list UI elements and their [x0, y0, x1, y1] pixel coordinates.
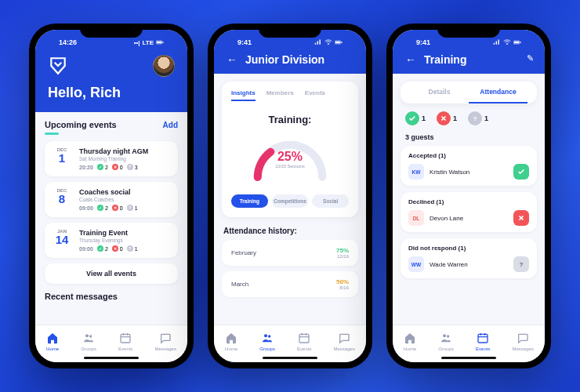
check-icon: ✓: [97, 245, 103, 252]
event-card[interactable]: Dec 1 Thursday night AGM Sat Morning Tra…: [45, 141, 178, 176]
segment-training[interactable]: Training: [231, 194, 268, 208]
battery-icon: [513, 39, 521, 45]
groups-icon: [261, 332, 274, 345]
home-icon: [46, 332, 59, 345]
svg-point-17: [443, 334, 446, 337]
nav-home[interactable]: Home: [46, 332, 59, 351]
x-icon: [437, 111, 451, 125]
event-tabs: Details Attendance: [410, 88, 527, 103]
question-icon: ?: [127, 245, 133, 252]
nav-groups[interactable]: Groups: [81, 332, 96, 351]
page-title: Junior Division: [245, 53, 324, 66]
event-subtitle: Cuala Coaches: [79, 197, 170, 202]
history-percentage: 75%: [336, 247, 349, 254]
gauge-subtitle: 10/20 Sessions: [275, 164, 305, 169]
segment-social[interactable]: Social: [312, 194, 349, 208]
status-indicators: ••| LTE: [134, 39, 164, 46]
event-card[interactable]: Jan 14 Training Event Thursday Evenings …: [45, 223, 178, 258]
battery-icon: [156, 39, 164, 45]
nav-groups[interactable]: Groups: [259, 332, 275, 351]
status-time: 9:41: [237, 38, 252, 46]
greeting: Hello, Rich: [48, 85, 175, 101]
nav-events[interactable]: Events: [476, 332, 490, 351]
question-icon: ?: [127, 164, 133, 170]
nav-label: Events: [476, 347, 490, 351]
nav-messages[interactable]: Messages: [155, 332, 176, 351]
response-action-icon[interactable]: [513, 164, 529, 180]
nav-label: Events: [118, 347, 132, 351]
back-button[interactable]: ←: [227, 53, 237, 66]
response-action-icon[interactable]: ?: [513, 256, 529, 272]
home-indicator: [84, 357, 139, 359]
history-month: February: [231, 249, 256, 256]
nav-label: Home: [46, 347, 59, 351]
noresponse-count: 1: [135, 205, 138, 211]
history-row[interactable]: March 50% 8/16: [222, 271, 358, 297]
history-percentage: 50%: [336, 278, 349, 285]
svg-text:?: ?: [473, 115, 477, 122]
nav-messages[interactable]: Messages: [334, 332, 355, 351]
event-day: 8: [59, 193, 65, 205]
svg-point-4: [89, 335, 92, 337]
messages-icon: [159, 332, 172, 345]
person-row[interactable]: WW Wade Warren ?: [408, 256, 529, 272]
history-row[interactable]: February 75% 12/16: [222, 240, 358, 266]
nav-label: Messages: [334, 347, 355, 351]
group-tabs: Insights Members Events: [231, 89, 349, 106]
event-card[interactable]: Dec 8 Coaches social Cuala Coaches 09:00…: [45, 182, 178, 217]
tab-attendance[interactable]: Attendance: [469, 88, 527, 103]
tab-events[interactable]: Events: [305, 89, 325, 101]
home-indicator: [441, 357, 496, 359]
tab-details[interactable]: Details: [410, 88, 469, 103]
upcoming-events-title: Upcoming events: [45, 120, 117, 129]
back-button[interactable]: ←: [405, 53, 416, 66]
gauge-percentage: 25%: [275, 150, 305, 164]
nav-home[interactable]: Home: [225, 332, 237, 351]
edit-icon[interactable]: ✎: [527, 53, 534, 64]
noresponse-count: 1: [135, 246, 138, 252]
nav-events[interactable]: Events: [297, 332, 311, 351]
person-name: Devon Lane: [430, 215, 508, 222]
nav-label: Home: [225, 347, 237, 351]
svg-rect-7: [335, 42, 341, 44]
response-group-card: Did not respond (1) WW Wade Warren ?: [401, 238, 537, 278]
person-row[interactable]: DL Devon Lane: [408, 210, 529, 226]
add-event-button[interactable]: Add: [163, 121, 178, 129]
groups-icon: [82, 332, 95, 345]
event-time: 20:20: [79, 165, 93, 170]
notch: [259, 24, 321, 38]
nav-label: Messages: [155, 347, 176, 351]
events-icon: [298, 332, 310, 345]
status-indicators: [314, 39, 343, 45]
view-all-events-button[interactable]: View all events: [45, 263, 178, 284]
response-action-icon[interactable]: [513, 210, 529, 226]
person-initials: WW: [408, 256, 424, 272]
x-icon: ✕: [112, 164, 118, 170]
segment-competitions[interactable]: Competitions: [272, 194, 309, 208]
groups-icon: [440, 332, 452, 345]
svg-point-18: [447, 335, 449, 337]
nav-groups[interactable]: Groups: [438, 332, 454, 351]
events-icon: [477, 332, 489, 345]
person-row[interactable]: KW Kristin Watson: [408, 164, 529, 180]
check-icon: [405, 111, 419, 125]
x-icon: ✕: [112, 205, 118, 211]
person-initials: KW: [408, 164, 424, 180]
history-fraction: 8/16: [336, 285, 349, 290]
attendance-history-title: Attendance history:: [223, 227, 357, 235]
group-title: Accepted (1): [408, 152, 529, 159]
person-name: Kristin Watson: [430, 169, 508, 176]
svg-text:?: ?: [520, 261, 524, 268]
avatar[interactable]: [153, 55, 175, 77]
nav-messages[interactable]: Messages: [513, 332, 534, 351]
notch: [437, 24, 500, 38]
tab-insights[interactable]: Insights: [231, 89, 256, 101]
svg-rect-19: [478, 334, 488, 343]
home-indicator: [263, 357, 317, 359]
tab-members[interactable]: Members: [266, 89, 294, 101]
nav-home[interactable]: Home: [404, 332, 416, 351]
signal-icon: ••|: [134, 39, 140, 46]
history-month: March: [231, 281, 248, 288]
phone-home: 14:26 ••| LTE Hello, Rich Upcoming event…: [29, 24, 194, 368]
nav-events[interactable]: Events: [118, 332, 132, 351]
